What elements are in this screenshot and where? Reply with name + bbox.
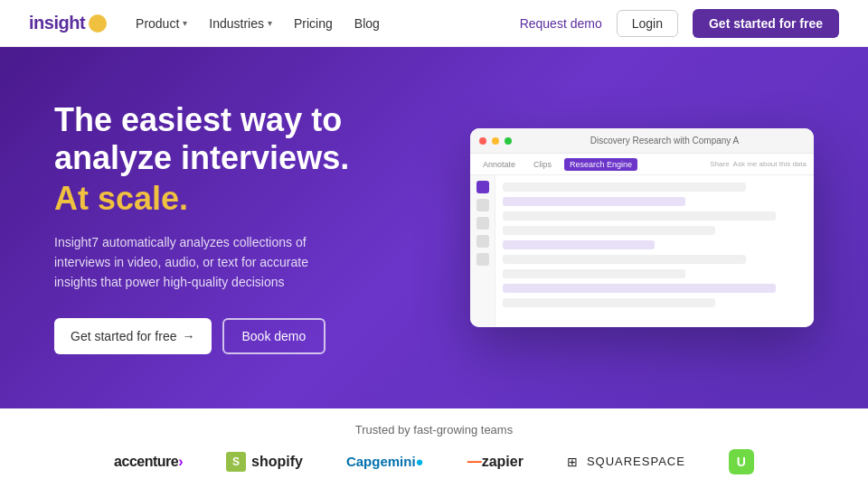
mock-toolbar-right: Share Ask me about this data — [710, 160, 807, 168]
hero-subtext: Insight7 automatically analyzes collecti… — [54, 232, 344, 293]
sidebar-icon-2 — [476, 217, 489, 230]
logo-accenture: accenture› — [114, 454, 183, 470]
mock-ask-btn[interactable]: Ask me about this data — [733, 160, 807, 168]
request-demo-link[interactable]: Request demo — [520, 16, 602, 31]
mock-body — [470, 175, 814, 327]
hero-left: The easiest way to analyze interviews. A… — [54, 101, 434, 353]
book-demo-button[interactable]: Book demo — [222, 318, 326, 354]
logo-squarespace: ⊞ squarespace — [567, 455, 685, 469]
logo-text: insight — [29, 13, 85, 33]
login-button[interactable]: Login — [617, 10, 678, 37]
logo-zapier: —zapier — [467, 454, 524, 470]
content-row-2 — [503, 197, 685, 206]
minimize-dot — [492, 137, 499, 145]
maximize-dot — [505, 137, 512, 145]
logo[interactable]: insight — [29, 13, 107, 33]
hero-right: Discovery Research with Company A Annota… — [434, 128, 814, 327]
nav-links: Product ▾ Industries ▾ Pricing Blog — [136, 16, 520, 31]
squarespace-icon: ⊞ — [567, 455, 578, 469]
trusted-label: Trusted by fast-growing teams — [355, 423, 513, 436]
logo-icon — [89, 14, 107, 33]
content-row-8 — [503, 284, 776, 293]
trusted-logos: accenture› S shopify Capgemini● —zapier … — [114, 449, 754, 474]
nav-blog[interactable]: Blog — [354, 16, 380, 31]
mock-tab-research[interactable]: Research Engine — [564, 158, 637, 171]
nav-right: Request demo Login Get started for free — [520, 9, 839, 38]
arrow-right-icon: → — [183, 329, 195, 343]
mock-titlebar: Discovery Research with Company A — [470, 128, 814, 154]
mock-tab-clips[interactable]: Clips — [528, 158, 557, 171]
hero-heading-line1: The easiest way to analyze interviews. — [54, 101, 434, 176]
content-row-1 — [503, 183, 746, 192]
mock-content — [495, 175, 814, 327]
hero-buttons: Get started for free → Book demo — [54, 318, 434, 354]
logo-upwork: U — [729, 449, 754, 474]
mock-tab-annotate[interactable]: Annotate — [477, 158, 521, 171]
content-row-9 — [503, 298, 715, 307]
upwork-logo-icon: U — [729, 449, 754, 474]
close-dot — [479, 137, 486, 145]
mock-toolbar: Annotate Clips Research Engine Share Ask… — [470, 154, 814, 175]
mock-share-btn[interactable]: Share — [710, 160, 729, 168]
shopify-bag-icon: S — [226, 452, 246, 472]
chevron-down-icon: ▾ — [183, 18, 187, 28]
app-mockup: Discovery Research with Company A Annota… — [470, 128, 814, 327]
sidebar-icon-3 — [476, 235, 489, 248]
nav-industries[interactable]: Industries ▾ — [209, 16, 272, 31]
mock-sidebar — [470, 175, 495, 327]
content-row-5 — [503, 240, 655, 249]
content-row-3 — [503, 211, 776, 221]
hero-heading-accent: At scale. — [54, 180, 434, 217]
get-started-nav-button[interactable]: Get started for free — [693, 9, 839, 38]
logo-capgemini: Capgemini● — [346, 454, 424, 469]
nav-pricing[interactable]: Pricing — [294, 16, 333, 31]
mock-title: Discovery Research with Company A — [524, 136, 805, 145]
navbar: insight Product ▾ Industries ▾ Pricing B… — [0, 0, 868, 47]
nav-product[interactable]: Product ▾ — [136, 16, 187, 31]
content-row-6 — [503, 255, 746, 264]
hero-section: The easiest way to analyze interviews. A… — [0, 47, 868, 408]
sidebar-icon-1 — [476, 199, 489, 211]
logo-shopify: S shopify — [226, 452, 303, 472]
sidebar-icon-active — [476, 181, 489, 193]
get-started-hero-button[interactable]: Get started for free → — [54, 318, 212, 354]
trusted-section: Trusted by fast-growing teams accenture›… — [0, 408, 868, 488]
chevron-down-icon: ▾ — [268, 18, 272, 28]
content-row-4 — [503, 226, 715, 235]
content-row-7 — [503, 269, 685, 278]
sidebar-icon-4 — [476, 253, 489, 266]
